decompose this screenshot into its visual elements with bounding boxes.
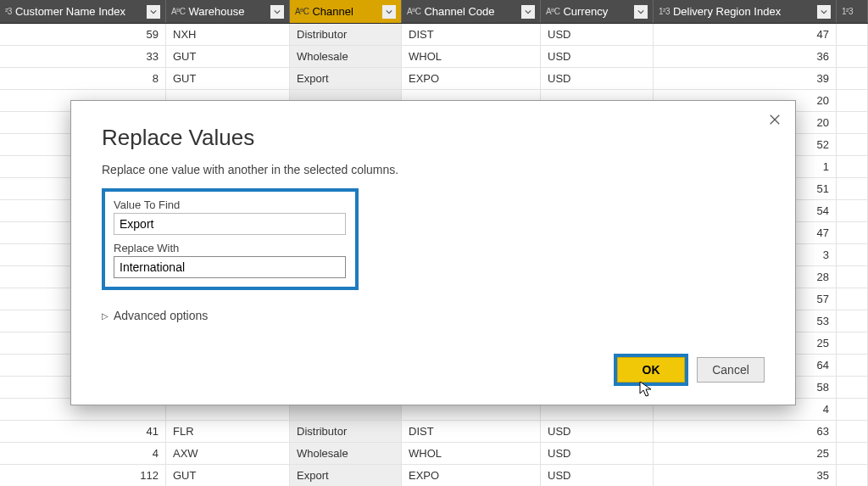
table-cell[interactable]: GUT [166, 46, 290, 67]
table-cell[interactable]: 25 [654, 443, 837, 464]
column-filter-icon[interactable] [382, 5, 396, 19]
advanced-options-toggle[interactable]: ▷ Advanced options [102, 309, 765, 322]
table-cell[interactable]: 33 [0, 46, 166, 67]
table-row[interactable]: 41FLRDistributorDISTUSD63 [0, 421, 868, 443]
ok-button[interactable]: OK [617, 357, 685, 383]
close-icon[interactable] [763, 108, 787, 131]
table-cell[interactable] [837, 310, 868, 332]
table-cell[interactable] [837, 399, 868, 420]
column-header[interactable]: 1²3Delivery Region Index [654, 0, 837, 23]
table-cell[interactable] [837, 266, 868, 288]
datatype-icon: AᴮC [546, 7, 559, 16]
table-cell[interactable]: USD [541, 68, 654, 89]
column-header[interactable]: AᴮCCurrency [541, 0, 654, 23]
table-cell[interactable] [837, 156, 868, 177]
replace-with-label: Replace With [114, 242, 347, 254]
table-cell[interactable]: FLR [166, 421, 290, 442]
table-cell[interactable] [837, 244, 868, 265]
cancel-button[interactable]: Cancel [697, 357, 765, 383]
table-cell[interactable] [837, 200, 868, 221]
table-cell[interactable] [837, 465, 868, 486]
dialog-subtitle: Replace one value with another in the se… [102, 163, 765, 176]
table-row[interactable]: 8GUTExportEXPOUSD39 [0, 68, 868, 90]
table-cell[interactable] [837, 24, 868, 45]
table-row[interactable]: 112GUTExportEXPOUSD35 [0, 465, 868, 486]
column-filter-icon[interactable] [817, 5, 831, 19]
table-cell[interactable]: 41 [0, 421, 166, 442]
column-header[interactable]: AᴮCWarehouse [166, 0, 290, 23]
table-cell[interactable] [837, 178, 868, 199]
table-cell[interactable]: 39 [654, 68, 837, 89]
table-cell[interactable]: USD [541, 421, 654, 442]
column-header[interactable]: AᴮCChannel Code [402, 0, 541, 23]
table-cell[interactable]: USD [541, 24, 654, 45]
column-label: Warehouse [188, 5, 267, 18]
column-label: Channel [312, 5, 379, 18]
table-cell[interactable]: Distributor [290, 24, 402, 45]
value-to-find-input[interactable] [114, 213, 346, 235]
table-cell[interactable] [837, 68, 868, 89]
table-cell[interactable]: GUT [166, 465, 290, 486]
table-cell[interactable]: 59 [0, 24, 166, 45]
column-header[interactable]: 1²3 [837, 0, 868, 23]
input-highlight: Value To Find Replace With [102, 188, 359, 290]
advanced-options-label: Advanced options [114, 309, 208, 322]
column-label: Customer Name Index [15, 5, 143, 18]
table-cell[interactable] [837, 134, 868, 155]
column-filter-icon[interactable] [270, 5, 284, 19]
table-cell[interactable] [837, 355, 868, 376]
table-cell[interactable]: WHOL [402, 46, 541, 67]
ok-button-highlight: OK [614, 354, 688, 386]
table-cell[interactable]: USD [541, 443, 654, 464]
table-cell[interactable] [837, 421, 868, 442]
column-header[interactable]: ²3Customer Name Index [0, 0, 166, 23]
table-cell[interactable] [837, 332, 868, 354]
table-cell[interactable]: USD [541, 46, 654, 67]
table-row[interactable]: 4AXWWholesaleWHOLUSD25 [0, 443, 868, 465]
table-cell[interactable]: Wholesale [290, 443, 402, 464]
datatype-icon: AᴮC [295, 7, 309, 16]
table-cell[interactable]: 63 [654, 421, 837, 442]
table-cell[interactable]: AXW [166, 443, 290, 464]
table-cell[interactable] [837, 443, 868, 464]
table-cell[interactable]: 35 [654, 465, 837, 486]
table-cell[interactable]: WHOL [402, 443, 541, 464]
table-cell[interactable] [837, 46, 868, 67]
column-label: Delivery Region Index [673, 5, 814, 18]
table-cell[interactable]: Export [290, 68, 402, 89]
table-cell[interactable]: 36 [654, 46, 837, 67]
column-label: Currency [563, 5, 631, 18]
dialog-title: Replace Values [102, 125, 765, 151]
table-cell[interactable]: Export [290, 465, 402, 486]
table-cell[interactable]: Wholesale [290, 46, 402, 67]
table-cell[interactable] [837, 90, 868, 111]
table-cell[interactable]: 47 [654, 24, 837, 45]
table-cell[interactable]: 4 [0, 443, 166, 464]
table-cell[interactable]: 112 [0, 465, 166, 486]
table-cell[interactable] [837, 222, 868, 243]
datatype-icon: 1²3 [842, 7, 853, 16]
column-label: Channel Code [424, 5, 518, 18]
table-cell[interactable] [837, 377, 868, 398]
table-cell[interactable]: USD [541, 465, 654, 486]
replace-with-input[interactable] [114, 256, 346, 278]
table-cell[interactable]: EXPO [402, 68, 541, 89]
value-to-find-label: Value To Find [114, 198, 347, 211]
datatype-icon: AᴮC [407, 7, 420, 16]
column-filter-icon[interactable] [521, 5, 535, 19]
table-row[interactable]: 59NXHDistributorDISTUSD47 [0, 24, 868, 46]
table-row[interactable]: 33GUTWholesaleWHOLUSD36 [0, 46, 868, 68]
table-cell[interactable]: DIST [402, 24, 541, 45]
datatype-icon: ²3 [5, 7, 12, 16]
table-cell[interactable] [837, 288, 868, 310]
table-cell[interactable]: 8 [0, 68, 166, 89]
column-filter-icon[interactable] [634, 5, 648, 19]
table-cell[interactable]: GUT [166, 68, 290, 89]
column-header[interactable]: AᴮCChannel [290, 0, 402, 23]
table-cell[interactable]: DIST [402, 421, 541, 442]
table-cell[interactable]: Distributor [290, 421, 402, 442]
table-cell[interactable]: EXPO [402, 465, 541, 486]
table-cell[interactable]: NXH [166, 24, 290, 45]
column-filter-icon[interactable] [147, 5, 160, 19]
table-cell[interactable] [837, 112, 868, 133]
